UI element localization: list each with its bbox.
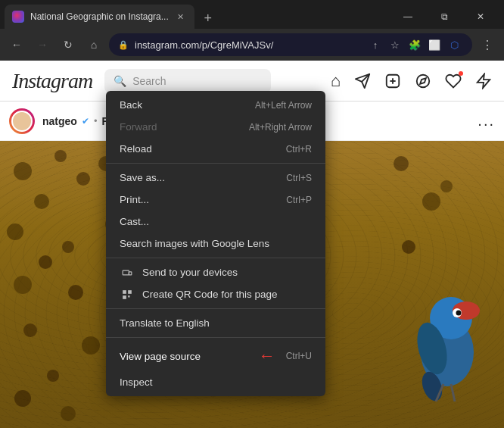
context-back-shortcut: Alt+Left Arrow: [255, 100, 312, 111]
context-menu-cast[interactable]: Cast...: [106, 211, 325, 233]
avatar[interactable]: [9, 108, 35, 134]
svg-point-16: [14, 276, 32, 294]
svg-rect-43: [123, 295, 126, 299]
svg-point-27: [422, 192, 440, 211]
context-inspect-label: Inspect: [120, 376, 312, 388]
svg-rect-40: [129, 271, 132, 274]
restore-button[interactable]: ⧉: [427, 5, 462, 29]
bookmark-icon[interactable]: ☆: [386, 36, 404, 54]
avatar-image: [11, 111, 33, 132]
bird-image: [390, 261, 489, 413]
search-placeholder: Search: [132, 75, 166, 87]
separator-1: [106, 163, 325, 164]
svg-point-5: [417, 74, 430, 87]
new-tab-button[interactable]: +: [198, 8, 219, 29]
svg-point-13: [62, 241, 74, 253]
lock-icon: 🔒: [118, 40, 129, 50]
heart-icon[interactable]: [445, 73, 462, 89]
profile-icon[interactable]: ⬜: [425, 36, 443, 54]
extensions-icon[interactable]: 🧩: [406, 36, 424, 54]
svg-point-19: [23, 323, 37, 337]
tab-close-button[interactable]: ✕: [175, 11, 187, 23]
context-view-source-shortcut: Ctrl+U: [286, 351, 312, 361]
more-options-button[interactable]: ...: [478, 112, 495, 130]
context-qr-label: Create QR Code for this page: [142, 289, 312, 300]
lightning-icon[interactable]: [475, 73, 492, 89]
svg-point-15: [39, 255, 52, 269]
context-devices-label: Send to your devices: [142, 267, 312, 278]
context-menu-send-devices[interactable]: Send to your devices: [106, 261, 325, 283]
context-print-shortcut: Ctrl+P: [286, 195, 312, 205]
svg-marker-6: [420, 78, 426, 84]
context-menu-view-source[interactable]: View page source ← Ctrl+U: [106, 341, 325, 371]
context-menu-back[interactable]: Back Alt+Left Arrow: [106, 94, 325, 116]
context-menu-reload[interactable]: Reload Ctrl+R: [106, 138, 325, 160]
devices-icon: [120, 267, 135, 278]
add-icon[interactable]: [384, 73, 401, 89]
qr-icon: [120, 289, 135, 300]
home-icon[interactable]: ⌂: [331, 71, 341, 91]
context-save-label: Save as...: [120, 172, 278, 183]
tab-bar: National Geographic on Instagra... ✕ + —…: [0, 0, 504, 29]
context-menu-forward[interactable]: Forward Alt+Right Arrow: [106, 116, 325, 138]
address-text: instagram.com/p/CgreMiVAJSv/: [135, 39, 360, 51]
svg-rect-39: [123, 270, 129, 275]
svg-point-23: [14, 390, 31, 407]
forward-button[interactable]: →: [32, 34, 53, 55]
active-tab[interactable]: National Geographic on Instagra... ✕: [5, 5, 194, 29]
context-menu-google-lens[interactable]: Search images with Google Lens: [106, 233, 325, 255]
svg-point-21: [47, 370, 59, 382]
window-controls: — ⧉ ✕: [384, 5, 504, 29]
svg-point-8: [14, 162, 32, 180]
plugin-icon[interactable]: ⬡: [445, 36, 463, 54]
instagram-logo: Instagram: [12, 69, 92, 93]
context-back-label: Back: [120, 99, 247, 111]
svg-rect-41: [123, 290, 126, 294]
context-forward-label: Forward: [120, 121, 241, 133]
svg-point-11: [76, 172, 90, 186]
context-menu-inspect[interactable]: Inspect: [106, 371, 325, 393]
share-icon[interactable]: ↑: [366, 36, 384, 54]
home-button[interactable]: ⌂: [83, 34, 104, 55]
context-print-label: Print...: [120, 194, 278, 205]
context-save-shortcut: Ctrl+S: [286, 173, 312, 183]
search-bar[interactable]: 🔍 Search: [104, 69, 271, 93]
svg-point-20: [82, 336, 100, 355]
context-lens-label: Search images with Google Lens: [120, 238, 312, 249]
context-menu-save[interactable]: Save as... Ctrl+S: [106, 167, 325, 189]
search-icon: 🔍: [114, 75, 126, 87]
address-bar-row: ← → ↻ ⌂ 🔒 instagram.com/p/CgreMiVAJSv/ ↑…: [0, 29, 504, 61]
svg-point-29: [440, 180, 453, 192]
send-icon[interactable]: [354, 73, 371, 89]
browser-menu-button[interactable]: ⋮: [477, 34, 498, 55]
svg-marker-7: [478, 73, 490, 87]
minimize-button[interactable]: —: [390, 5, 425, 29]
svg-point-12: [7, 223, 23, 240]
context-menu-qr-code[interactable]: Create QR Code for this page: [106, 283, 325, 305]
instagram-nav-icons: ⌂: [331, 71, 492, 91]
separator-3: [106, 308, 325, 309]
close-button[interactable]: ✕: [463, 5, 498, 29]
svg-point-28: [402, 240, 415, 254]
address-icons: ↑ ☆ 🧩 ⬜ ⬡: [366, 36, 463, 54]
context-cast-label: Cast...: [120, 216, 304, 227]
back-button[interactable]: ←: [6, 34, 27, 55]
context-menu-print[interactable]: Print... Ctrl+P: [106, 189, 325, 211]
context-menu: Back Alt+Left Arrow Forward Alt+Right Ar…: [106, 91, 325, 396]
context-menu-translate[interactable]: Translate to English: [106, 312, 325, 334]
context-reload-shortcut: Ctrl+R: [286, 144, 312, 155]
svg-line-38: [451, 384, 455, 401]
address-bar[interactable]: 🔒 instagram.com/p/CgreMiVAJSv/ ↑ ☆ 🧩 ⬜ ⬡: [109, 33, 472, 56]
compass-icon[interactable]: [415, 73, 431, 89]
author-name[interactable]: natgeo: [42, 115, 77, 127]
red-arrow-icon: ←: [259, 346, 275, 366]
reload-button[interactable]: ↻: [58, 34, 79, 55]
page-area: Instagram 🔍 Search ⌂: [0, 61, 504, 428]
context-reload-label: Reload: [120, 143, 278, 155]
context-translate-label: Translate to English: [120, 317, 312, 329]
svg-rect-44: [128, 295, 129, 297]
tab-favicon: [12, 11, 24, 23]
svg-rect-42: [128, 290, 132, 294]
svg-point-10: [34, 194, 49, 209]
separator-4: [106, 337, 325, 338]
